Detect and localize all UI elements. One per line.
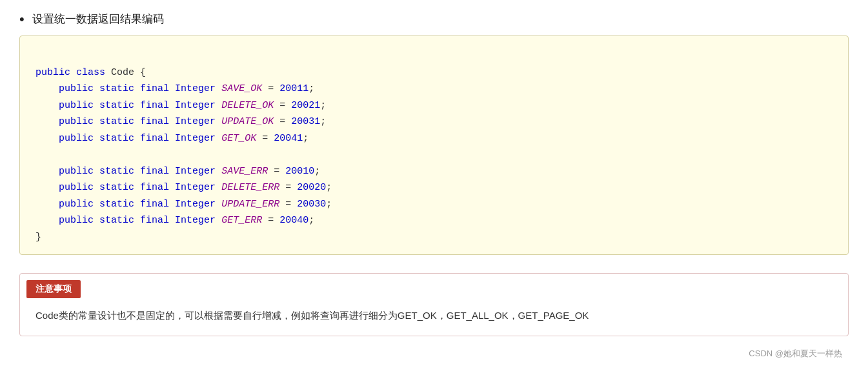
csdn-credit: CSDN @她和夏天一样热 bbox=[19, 348, 849, 360]
notice-header-label: 注意事项 bbox=[26, 280, 81, 298]
notice-content: Code类的常量设计也不是固定的，可以根据需要自行增减，例如将查询再进行细分为G… bbox=[20, 298, 848, 336]
notice-box: 注意事项 Code类的常量设计也不是固定的，可以根据需要自行增减，例如将查询再进… bbox=[19, 273, 849, 336]
section-title: 设置统一数据返回结果编码 bbox=[32, 12, 164, 26]
bullet-icon: • bbox=[19, 12, 25, 26]
section-header: • 设置统一数据返回结果编码 bbox=[19, 12, 849, 26]
code-block: public class Code { public static final … bbox=[19, 35, 849, 255]
